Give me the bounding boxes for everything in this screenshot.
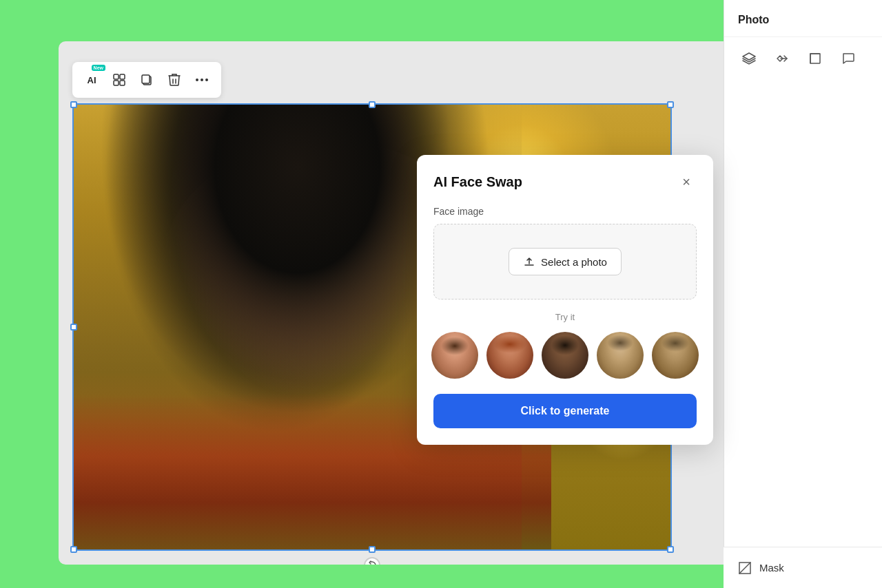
more-button[interactable] <box>189 67 214 92</box>
upload-area[interactable]: Select a photo <box>433 224 697 300</box>
handle-bottom-middle[interactable] <box>369 546 376 553</box>
duplicate-icon <box>140 73 154 87</box>
layers-button[interactable] <box>738 48 760 70</box>
svg-point-7 <box>201 78 203 81</box>
comment-icon <box>841 51 856 66</box>
trash-icon <box>168 73 181 87</box>
effects-icon <box>112 73 126 87</box>
sample-face-1[interactable] <box>430 330 480 380</box>
toolbar: AI New <box>72 62 221 98</box>
sample-face-1-image <box>431 332 478 379</box>
rotate-handle[interactable] <box>364 557 380 565</box>
generate-button[interactable]: Click to generate <box>433 394 697 428</box>
close-icon: × <box>682 174 690 190</box>
new-badge: New <box>92 65 105 71</box>
svg-rect-9 <box>810 54 820 63</box>
mask-icon <box>737 560 752 576</box>
sample-face-5[interactable] <box>650 330 700 380</box>
handle-bottom-left[interactable] <box>70 546 77 553</box>
select-photo-button[interactable]: Select a photo <box>509 248 622 275</box>
panel-icons-row <box>724 37 882 80</box>
sample-face-4-image <box>597 332 644 379</box>
animation-icon <box>775 51 790 66</box>
sample-face-3[interactable] <box>540 330 590 380</box>
fsp-title: AI Face Swap <box>433 174 522 190</box>
handle-top-middle[interactable] <box>369 101 376 108</box>
sample-face-3-image <box>542 332 588 379</box>
svg-rect-3 <box>120 81 125 85</box>
effects-button[interactable] <box>107 67 132 92</box>
crop-icon <box>808 51 823 66</box>
sample-face-2[interactable] <box>485 330 535 380</box>
fsp-header: AI Face Swap × <box>433 171 697 192</box>
mask-panel: Mask <box>724 547 882 588</box>
svg-rect-2 <box>114 81 119 85</box>
crop-button[interactable] <box>804 48 826 70</box>
ai-button[interactable]: AI New <box>79 67 104 92</box>
sample-face-4[interactable] <box>595 330 645 380</box>
ai-icon: AI <box>88 75 96 85</box>
handle-middle-left[interactable] <box>70 324 77 330</box>
try-it-label: Try it <box>433 312 697 322</box>
layers-icon <box>741 51 757 66</box>
face-image-label: Face image <box>433 206 697 217</box>
upload-icon <box>523 255 535 268</box>
mask-label: Mask <box>759 562 784 574</box>
handle-bottom-right[interactable] <box>667 546 674 553</box>
delete-button[interactable] <box>162 67 187 92</box>
sample-face-5-image <box>652 332 699 379</box>
svg-rect-1 <box>120 74 125 79</box>
duplicate-button[interactable] <box>134 67 159 92</box>
svg-point-8 <box>205 78 208 81</box>
right-panel: Photo <box>724 0 882 588</box>
fsp-close-button[interactable]: × <box>676 171 697 192</box>
rotate-icon <box>367 560 377 565</box>
sample-faces-row <box>433 330 697 380</box>
face-swap-panel: AI Face Swap × Face image Select a photo… <box>417 155 713 445</box>
svg-rect-0 <box>114 74 119 79</box>
more-icon <box>195 78 209 82</box>
animation-button[interactable] <box>771 48 793 70</box>
handle-top-right[interactable] <box>667 101 674 108</box>
select-photo-label: Select a photo <box>541 256 607 268</box>
comment-button[interactable] <box>837 48 859 70</box>
sample-face-2-image <box>486 332 533 379</box>
svg-rect-5 <box>142 75 150 83</box>
svg-point-6 <box>196 78 198 81</box>
panel-title: Photo <box>724 0 882 37</box>
handle-top-left[interactable] <box>70 101 77 108</box>
